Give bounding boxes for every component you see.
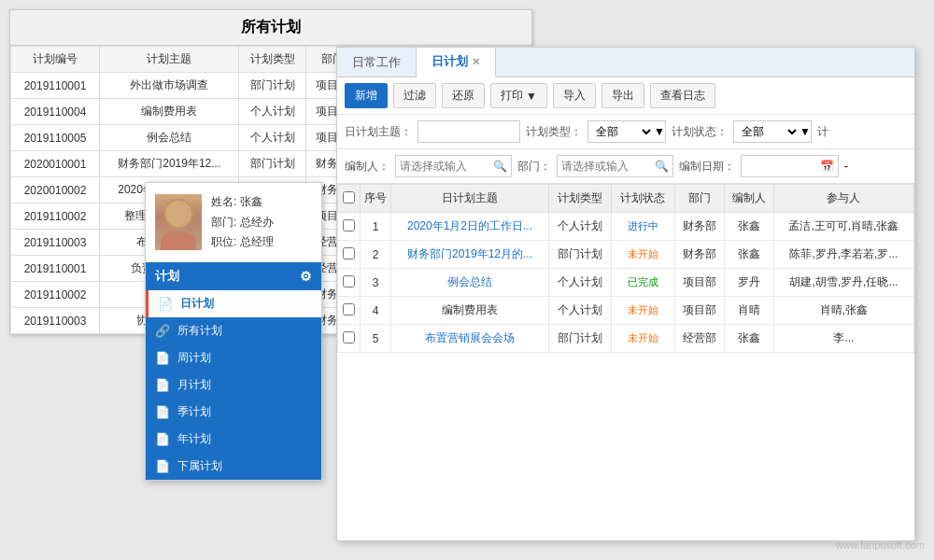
sidebar-item-quarterly[interactable]: 📄季计划 bbox=[146, 399, 321, 426]
main-panel: 日常工作 日计划 ✕ 新增 过滤 还原 打印 ▼ 导入 导出 查看日志 日计划主… bbox=[336, 47, 915, 541]
tab-close-icon[interactable]: ✕ bbox=[472, 56, 480, 68]
subject-input[interactable] bbox=[417, 120, 520, 143]
print-arrow-icon: ▼ bbox=[526, 90, 537, 103]
editor-label: 编制人： bbox=[345, 159, 389, 175]
nav-label: 日计划 bbox=[180, 296, 214, 312]
nav-label: 下属计划 bbox=[177, 458, 222, 474]
popup-card-header: 姓名: 张鑫 部门: 总经办 职位: 总经理 bbox=[146, 183, 321, 262]
role-row: 职位: 总经理 bbox=[211, 232, 274, 253]
nav-label: 季计划 bbox=[177, 404, 211, 420]
nav-icon: 📄 bbox=[155, 351, 170, 365]
subject-link[interactable]: 2020年1月2日的工作日... bbox=[407, 219, 532, 232]
row-checkbox[interactable] bbox=[343, 331, 355, 343]
sidebar-item-monthly[interactable]: 📄月计划 bbox=[146, 371, 321, 399]
status-badge: 未开始 bbox=[624, 302, 662, 318]
dept-row: 部门: 总经办 bbox=[211, 213, 274, 233]
popup-info: 姓名: 张鑫 部门: 总经办 职位: 总经理 bbox=[211, 192, 274, 253]
filter-row-1: 日计划主题： 计划类型： 全部个人计划部门计划 ▼ 计划状态： 全部未开始进行中… bbox=[337, 115, 914, 149]
type-arrow-icon: ▼ bbox=[654, 125, 665, 138]
row-checkbox[interactable] bbox=[343, 247, 355, 259]
date-start-input[interactable] bbox=[742, 156, 816, 176]
bg-panel-title: 所有计划 bbox=[10, 10, 531, 46]
table-row: 5布置营销展会会场部门计划未开始经营部张鑫李... bbox=[338, 325, 914, 353]
row-checkbox[interactable] bbox=[343, 219, 355, 231]
data-table: 序号日计划主题计划类型计划状态部门编制人参与人 12020年1月2日的工作日..… bbox=[337, 184, 914, 353]
gear-icon[interactable]: ⚙ bbox=[300, 269, 312, 284]
sidebar-item-daily[interactable]: 📄日计划 bbox=[146, 290, 321, 317]
table-row: 4编制费用表个人计划未开始项目部肖晴肖晴,张鑫 bbox=[338, 297, 914, 325]
status-select-wrap[interactable]: 全部未开始进行中已完成 ▼ bbox=[733, 120, 812, 143]
subject-link[interactable]: 布置营销展会会场 bbox=[425, 331, 515, 344]
print-button[interactable]: 打印 ▼ bbox=[490, 83, 547, 108]
sidebar-item-yearly[interactable]: 📄年计划 bbox=[146, 426, 321, 453]
type-select-wrap[interactable]: 全部个人计划部门计划 ▼ bbox=[587, 120, 666, 143]
import-button[interactable]: 导入 bbox=[553, 83, 596, 108]
popup-nav-header: 计划 ⚙ bbox=[146, 262, 321, 290]
name-row: 姓名: 张鑫 bbox=[211, 192, 274, 213]
popup-card: 姓名: 张鑫 部门: 总经办 职位: 总经理 计划 ⚙ 📄日计划🔗所有计划📄周计… bbox=[145, 182, 322, 481]
tab-work[interactable]: 日常工作 bbox=[337, 48, 417, 77]
date-input-wrap[interactable]: 📅 bbox=[741, 155, 839, 177]
filter-button[interactable]: 过滤 bbox=[393, 83, 436, 108]
select-all-checkbox[interactable] bbox=[343, 191, 355, 203]
status-label: 计划状态： bbox=[672, 124, 728, 140]
subject-link[interactable]: 财务部门2019年12月的... bbox=[407, 247, 532, 260]
status-select[interactable]: 全部未开始进行中已完成 bbox=[734, 121, 800, 142]
tabs-bar: 日常工作 日计划 ✕ bbox=[337, 48, 914, 77]
status-badge: 已完成 bbox=[624, 274, 662, 290]
dept-input[interactable] bbox=[558, 156, 651, 176]
date-label: 编制日期： bbox=[679, 159, 735, 175]
type-select[interactable]: 全部个人计划部门计划 bbox=[588, 121, 654, 142]
editor-search-icon[interactable]: 🔍 bbox=[489, 160, 511, 173]
subject-link[interactable]: 例会总结 bbox=[447, 275, 492, 288]
filter-row-2: 编制人： 🔍 部门： 🔍 编制日期： 📅 - bbox=[337, 149, 914, 184]
nav-icon: 🔗 bbox=[155, 324, 170, 338]
status-arrow-icon: ▼ bbox=[800, 125, 811, 138]
popup-nav: 计划 ⚙ 📄日计划🔗所有计划📄周计划📄月计划📄季计划📄年计划📄下属计划 bbox=[146, 262, 321, 480]
table-row: 12020年1月2日的工作日...个人计划进行中财务部张鑫孟洁,王可可,肖晴,张… bbox=[338, 213, 914, 241]
status-badge: 未开始 bbox=[624, 246, 662, 262]
calendar-icon[interactable]: 📅 bbox=[816, 160, 838, 173]
sidebar-item-weekly[interactable]: 📄周计划 bbox=[146, 344, 321, 371]
sidebar-item-sub[interactable]: 📄下属计划 bbox=[146, 453, 321, 480]
status-badge: 进行中 bbox=[624, 218, 662, 234]
table-row: 2财务部门2019年12月的...部门计划未开始财务部张鑫陈菲,罗丹,李若若,罗… bbox=[338, 241, 914, 269]
row-checkbox[interactable] bbox=[343, 303, 355, 315]
nav-label: 月计划 bbox=[177, 377, 211, 393]
toolbar: 新增 过滤 还原 打印 ▼ 导入 导出 查看日志 bbox=[337, 77, 914, 115]
row-checkbox[interactable] bbox=[343, 275, 355, 287]
editor-input-wrap[interactable]: 🔍 bbox=[395, 155, 512, 177]
nav-label: 年计划 bbox=[177, 431, 211, 447]
nav-label: 周计划 bbox=[177, 350, 211, 366]
data-table-wrap: 序号日计划主题计划类型计划状态部门编制人参与人 12020年1月2日的工作日..… bbox=[337, 184, 914, 540]
dept-search-icon[interactable]: 🔍 bbox=[651, 160, 672, 173]
add-button[interactable]: 新增 bbox=[345, 83, 388, 108]
type-label: 计划类型： bbox=[526, 124, 582, 140]
restore-button[interactable]: 还原 bbox=[442, 83, 485, 108]
tab-daily[interactable]: 日计划 ✕ bbox=[417, 48, 496, 77]
extra-label: 计 bbox=[817, 124, 828, 140]
nav-icon: 📄 bbox=[155, 432, 170, 446]
nav-icon: 📄 bbox=[155, 459, 170, 473]
nav-icon: 📄 bbox=[158, 297, 173, 311]
nav-icon: 📄 bbox=[155, 405, 170, 419]
export-button[interactable]: 导出 bbox=[601, 83, 644, 108]
nav-icon: 📄 bbox=[155, 378, 170, 392]
nav-label: 所有计划 bbox=[177, 323, 222, 339]
dept-label: 部门： bbox=[517, 159, 551, 175]
table-row: 3例会总结个人计划已完成项目部罗丹胡建,胡雪,罗丹,任晓... bbox=[338, 269, 914, 297]
sidebar-item-all[interactable]: 🔗所有计划 bbox=[146, 317, 321, 344]
editor-input[interactable] bbox=[396, 156, 489, 176]
status-badge: 未开始 bbox=[624, 330, 662, 346]
dept-input-wrap[interactable]: 🔍 bbox=[557, 155, 673, 177]
avatar bbox=[155, 194, 202, 250]
nav-title: 计划 bbox=[155, 268, 179, 285]
log-button[interactable]: 查看日志 bbox=[650, 83, 715, 108]
subject-label: 日计划主题： bbox=[345, 124, 412, 140]
